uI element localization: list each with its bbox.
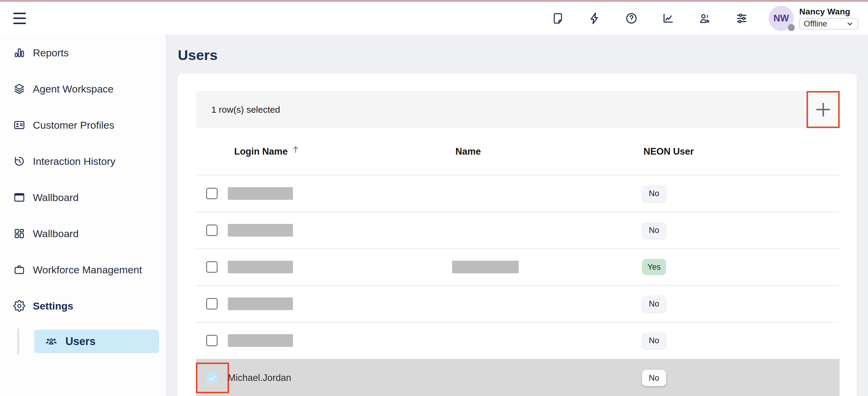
- sidebar-item-label: Wallboard: [33, 228, 79, 240]
- selection-count-text: 1 row(s) selected: [211, 104, 280, 115]
- column-header-neon-user[interactable]: NEON User: [644, 146, 694, 157]
- sidebar-item-workforce-management[interactable]: Workforce Management: [0, 252, 166, 288]
- row-checkbox[interactable]: [206, 335, 218, 346]
- neon-user-badge: No: [642, 332, 666, 349]
- row-checkbox[interactable]: [206, 372, 218, 384]
- briefcase-icon: [13, 264, 25, 276]
- idcard-icon: [13, 119, 25, 131]
- sidebar-item-wallboard[interactable]: Wallboard: [0, 179, 166, 215]
- contacts-button[interactable]: [698, 11, 712, 25]
- row-checkbox[interactable]: [206, 224, 218, 236]
- bolt-icon: [588, 12, 601, 25]
- table-header-row: Login Name Name NEON User: [196, 128, 840, 175]
- grid-icon: [13, 227, 25, 240]
- layers-icon: [13, 83, 25, 95]
- neon-user-badge: Yes: [642, 259, 666, 275]
- sidebar-item-wallboard[interactable]: Wallboard: [0, 215, 166, 252]
- login-name-cell: [228, 298, 293, 310]
- quick-actions-button[interactable]: [588, 11, 601, 25]
- user-chip: NW Nancy Wang Offline: [769, 6, 858, 31]
- column-header-login-name[interactable]: Login Name: [234, 146, 300, 157]
- help-icon: [625, 12, 638, 25]
- status-dropdown[interactable]: Offline: [799, 18, 858, 30]
- chevron-down-icon: [846, 20, 854, 28]
- header-right-section: NW Nancy Wang Offline: [551, 2, 858, 35]
- sort-ascending-icon: [291, 145, 300, 154]
- people-icon: [698, 12, 712, 25]
- neon-user-badge: No: [642, 222, 666, 238]
- neon-user-badge: No: [642, 370, 666, 386]
- page-title: Users: [178, 47, 868, 63]
- row-checkbox[interactable]: [206, 261, 218, 273]
- table-row[interactable]: No: [196, 212, 840, 249]
- row-checkbox[interactable]: [206, 188, 218, 199]
- neon-user-badge: No: [642, 296, 666, 312]
- note-icon: [551, 12, 564, 25]
- sidebar-item-customer-profiles[interactable]: Customer Profiles: [0, 107, 166, 143]
- add-user-button[interactable]: [807, 91, 840, 128]
- window-icon: [13, 191, 25, 204]
- sidebar-item-label: Users: [65, 335, 96, 348]
- selection-toolbar: 1 row(s) selected: [196, 91, 840, 128]
- table-row[interactable]: No: [196, 323, 840, 359]
- hamburger-menu-button[interactable]: [13, 12, 27, 25]
- status-dropdown-value: Offline: [804, 19, 846, 29]
- plus-icon: [816, 103, 830, 117]
- sidebar-item-label: Interaction History: [33, 155, 116, 167]
- app-header: NW Nancy Wang Offline: [0, 2, 868, 35]
- settings-submenu: Users: [0, 330, 166, 353]
- sidebar-item-users[interactable]: Users: [34, 330, 159, 353]
- preferences-button[interactable]: [735, 11, 749, 25]
- avatar[interactable]: NW: [769, 6, 794, 31]
- help-button[interactable]: [624, 11, 638, 25]
- user-meta: Nancy Wang Offline: [799, 7, 858, 30]
- sidebar-item-label: Settings: [33, 300, 73, 312]
- chart-icon: [661, 12, 675, 25]
- main-content: Users 1 row(s) selected Login Name Name …: [166, 35, 868, 396]
- notes-button[interactable]: [551, 11, 565, 25]
- sidebar-item-label: Reports: [33, 47, 69, 59]
- table-row[interactable]: Yes: [196, 249, 840, 286]
- sidebar-item-interaction-history[interactable]: Interaction History: [0, 143, 166, 179]
- table-row[interactable]: Michael.Jordan No: [196, 359, 840, 396]
- sidebar-item-reports[interactable]: Reports: [0, 35, 166, 71]
- analytics-button[interactable]: [661, 11, 675, 25]
- table-row[interactable]: No: [196, 286, 840, 323]
- sidebar-item-settings[interactable]: Settings: [0, 288, 166, 324]
- sidebar-item-label: Agent Workspace: [33, 83, 114, 95]
- name-cell: [452, 261, 519, 273]
- group-icon: [45, 335, 58, 348]
- offline-status-dot-icon: [788, 24, 795, 31]
- sidebar-nav: ReportsAgent WorkspaceCustomer ProfilesI…: [0, 35, 166, 324]
- history-icon: [13, 155, 25, 167]
- login-name-cell: Michael.Jordan: [228, 372, 291, 383]
- table-row[interactable]: No: [196, 175, 840, 212]
- row-checkbox[interactable]: [206, 298, 218, 309]
- gear-icon: [13, 300, 25, 312]
- sidebar-item-label: Wallboard: [33, 192, 79, 204]
- sidebar-item-label: Workforce Management: [33, 264, 142, 276]
- bars-icon: [13, 47, 25, 59]
- column-header-name[interactable]: Name: [456, 146, 481, 157]
- sidebar-item-label: Customer Profiles: [33, 119, 114, 131]
- neon-user-badge: No: [642, 185, 666, 202]
- app-window: NW Nancy Wang Offline ReportsAgent Works…: [0, 0, 868, 396]
- header-icon-row: [551, 11, 749, 25]
- users-card: 1 row(s) selected Login Name Name NEON U…: [178, 74, 857, 396]
- avatar-initials: NW: [773, 13, 789, 24]
- login-name-cell: [228, 224, 293, 237]
- login-name-cell: [228, 334, 293, 347]
- sidebar-item-agent-workspace[interactable]: Agent Workspace: [0, 71, 166, 107]
- sidebar: ReportsAgent WorkspaceCustomer ProfilesI…: [0, 35, 166, 396]
- submenu-guide-line: [18, 329, 19, 355]
- login-name-cell: [228, 261, 293, 273]
- sliders-icon: [735, 12, 748, 25]
- table-body: No No Yes N: [196, 175, 840, 396]
- login-name-cell: [228, 187, 293, 200]
- user-name: Nancy Wang: [799, 7, 858, 17]
